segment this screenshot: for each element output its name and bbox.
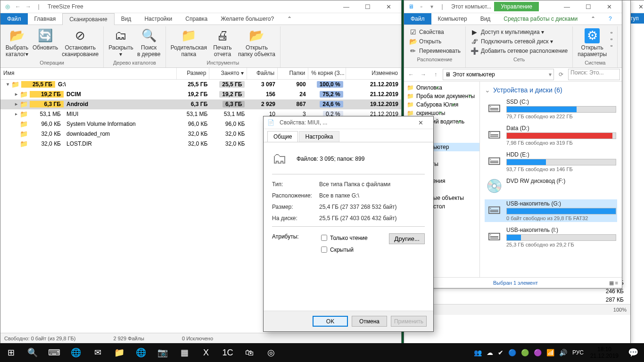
menu-tab[interactable]: Настройки [138, 13, 179, 25]
col-header[interactable]: Изменено [346, 68, 401, 79]
rib-item[interactable]: 📂Открыть [407, 37, 462, 46]
nav-item[interactable]: 📁Сабурова Юлия✔ [404, 100, 479, 109]
ex-menu-file[interactable]: Файл [404, 13, 431, 25]
back-icon[interactable]: ← [13, 2, 23, 11]
view-icons[interactable]: ▦ ≡ [609, 280, 618, 286]
taskbar-app[interactable]: ✉ [87, 343, 108, 362]
tray-icon[interactable]: ☁ [484, 349, 495, 356]
rib-item[interactable]: ☑Свойства [407, 27, 462, 37]
menu-tab[interactable]: Справка [179, 13, 214, 25]
path-box[interactable]: 🖥Этот компьютер▾ [443, 69, 554, 80]
col-header[interactable]: Имя [0, 68, 177, 79]
ex-tab[interactable]: Компьютер [431, 13, 474, 25]
taskbar-app[interactable]: 🌐 [130, 343, 152, 362]
drive-item[interactable]: 🖴HDD (E:)93,7 ГБ свободно из 146 ГБ [485, 150, 617, 173]
clock[interactable]: 18:10 21.12.2019 [586, 346, 622, 360]
nav-fwd[interactable]: → [418, 69, 429, 80]
col-header[interactable]: Папки [278, 68, 308, 79]
dlg-close[interactable]: ✕ [410, 116, 431, 129]
col-header[interactable]: Файлы [247, 68, 278, 79]
menu-tab[interactable]: Сканирование [62, 13, 114, 25]
col-header[interactable]: Размер [177, 68, 210, 79]
taskbar-app[interactable]: X [195, 343, 217, 362]
manage-tab[interactable]: Управление [494, 2, 539, 11]
ex-close[interactable]: ✕ [599, 0, 620, 13]
nav-back[interactable]: ← [406, 69, 416, 80]
drive-item[interactable]: 🖴USB-накопитель (I:)25,3 ГБ свободно из … [485, 226, 617, 248]
taskbar-app[interactable]: ▦ [173, 343, 195, 362]
ribbon-collapse[interactable]: ⌃ [584, 13, 602, 25]
menu-tab[interactable]: Главная [28, 13, 63, 25]
chk-readonly[interactable] [321, 235, 327, 241]
nav-up[interactable]: ↑ [430, 69, 441, 80]
taskbar-app[interactable]: 🌐 [65, 343, 87, 362]
rib-item[interactable]: ✏Переименовать [407, 46, 462, 56]
taskbar-app[interactable]: 📷 [152, 343, 173, 362]
tree-row[interactable]: ▾📁25,5 ГБG:\25,5 ГБ25,5 ГБ3 097900100,0 … [0, 80, 401, 90]
file-row[interactable]: "JPG"287 КБ [409, 296, 626, 304]
tray-icon[interactable]: 👥 [471, 349, 484, 356]
ribbon-button[interactable]: 🗂Раскрыть▾ [107, 27, 135, 59]
cancel-button[interactable]: Отмена [352, 316, 387, 327]
taskbar-app[interactable]: 🛍 [239, 343, 260, 362]
open-settings[interactable]: ⚙Открытьпараметры [576, 27, 609, 59]
minimize-button[interactable]: — [336, 0, 357, 13]
notifications-icon[interactable]: 💬 [622, 343, 644, 362]
col-header[interactable]: Занято ▾ [209, 68, 247, 79]
menu-tab[interactable]: Вид [115, 13, 138, 25]
chk-hidden[interactable] [321, 247, 327, 253]
ribbon-button[interactable]: 📂Открытьпапку объекта [236, 27, 277, 59]
ex-tab[interactable]: Средства работы с дисками [497, 13, 584, 25]
drive-item[interactable]: 🖴SSD (C:)79,7 ГБ свободно из 222 ГБ [485, 98, 617, 120]
explorer-titlebar[interactable]: 🖥 ▫ ▾ | Этот компьют... Управление — ☐ ✕ [404, 0, 622, 13]
taskbar-app[interactable]: 📁 [108, 343, 130, 362]
col-header[interactable]: % корня (З... [308, 68, 346, 79]
tray-icon[interactable]: ✔ [495, 349, 506, 356]
ok-button[interactable]: OK [313, 316, 348, 327]
taskbar-app[interactable]: 1C [217, 343, 239, 362]
drive-item[interactable]: 🖴USB-накопитель (G:)0 байт свободно из 2… [485, 199, 617, 222]
ex-min[interactable]: — [556, 0, 578, 13]
menu-tab[interactable]: Желаете большего? [214, 13, 281, 25]
search-box[interactable]: Поиск: Это... [568, 69, 620, 80]
ribbon-button[interactable]: 📁Родительскаяпапка [169, 27, 209, 59]
help-icon[interactable]: ? [602, 13, 619, 25]
ribbon-button[interactable]: 🔍Поискв дереве [135, 27, 163, 59]
ribbon-button[interactable]: ⊘Остановитьсканирование [60, 27, 100, 59]
apply-button[interactable]: Применить [391, 316, 427, 327]
fwd-icon[interactable]: → [24, 2, 33, 11]
drive-item[interactable]: 💿DVD RW дисковод (F:) [485, 177, 617, 196]
rib-item[interactable]: ➕Добавить сетевое расположение [469, 46, 570, 56]
rib-item[interactable]: 🖇Подключить сетевой диск ▾ [469, 37, 570, 46]
close-button[interactable]: ✕ [378, 0, 399, 13]
taskbar-app[interactable]: ◎ [260, 343, 282, 362]
tray-icon[interactable]: 🔊 [557, 349, 570, 356]
tray-icon[interactable]: 📶 [544, 349, 557, 356]
taskbar[interactable]: ⊞🔍⌨🌐✉📁🌐📷▦X1C🛍◎ 👥☁✔🔵🟢🟣📶🔊 РУС 18:10 21.12.… [0, 343, 644, 362]
tree-row[interactable]: ▸📁6,3 ГБAndroid6,3 ГБ6,3 ГБ2 92986724,6 … [0, 99, 401, 109]
refresh-icon[interactable]: ⟳ [556, 69, 566, 80]
dlg-titlebar[interactable]: 📄 Свойства: MIUI, ... ✕ [264, 116, 433, 129]
taskbar-app[interactable]: ⊞ [0, 343, 22, 362]
tray-icon[interactable]: 🟢 [519, 349, 531, 356]
ribbon-button[interactable]: 📂Выбратькаталог▾ [3, 27, 31, 59]
ribbon-collapse[interactable]: ⌃ [281, 13, 298, 25]
tray-icon[interactable]: 🟣 [531, 349, 544, 356]
drives-header[interactable]: ⌄Устройства и диски (6) [485, 84, 617, 98]
tab-customize[interactable]: Настройка [299, 131, 339, 142]
ribbon-button[interactable]: 🖨Печатьотчета [209, 27, 236, 59]
nav-item[interactable]: 📁Проба мои документы✔ [404, 92, 479, 100]
taskbar-app[interactable]: ⌨ [43, 343, 65, 362]
taskbar-app[interactable]: 🔍 [22, 343, 43, 362]
tray-icon[interactable]: 🔵 [506, 349, 519, 356]
ex-max[interactable]: ☐ [578, 0, 599, 13]
treesize-titlebar[interactable]: ◎ ← → | TreeSize Free — ☐ ✕ [0, 0, 401, 13]
column-headers[interactable]: ИмяРазмерЗанято ▾ФайлыПапки% корня (З...… [0, 68, 401, 80]
tab-general[interactable]: Общие [267, 131, 298, 142]
ex-tab[interactable]: Вид [474, 13, 497, 25]
ribbon-button[interactable]: 🔄Обновить [31, 27, 60, 52]
lang[interactable]: РУС [572, 349, 584, 356]
bg-close[interactable]: ✕ [630, 0, 644, 13]
other-button[interactable]: Другие... [389, 233, 425, 244]
rib-item[interactable]: ▶Доступ к мультимедиа ▾ [469, 27, 570, 37]
